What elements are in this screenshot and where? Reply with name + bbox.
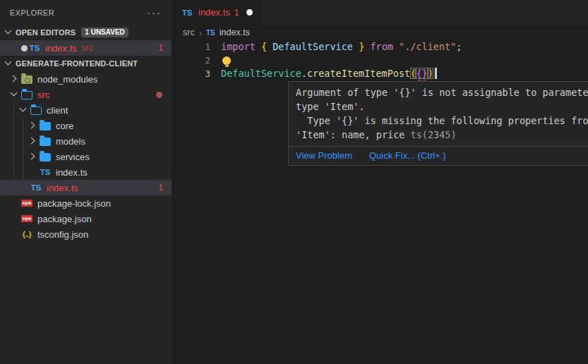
tab-index-ts[interactable]: TS index.ts 1 xyxy=(172,0,261,25)
ts-glyph: TS xyxy=(31,183,42,192)
line-number: 3 xyxy=(172,67,210,80)
explorer-sidebar: EXPLORER ··· OPEN EDITORS 1 UNSAVED TS i… xyxy=(0,0,172,364)
tree-item-index.ts[interactable]: TSindex.ts xyxy=(0,164,172,180)
twistie-placeholder xyxy=(8,229,20,240)
code-token: import xyxy=(221,41,256,52)
dirty-indicator-icon[interactable] xyxy=(246,9,253,16)
typescript-file-icon: TS xyxy=(28,42,42,54)
code-token: DefaultService xyxy=(272,41,353,52)
tree-item-label: services xyxy=(56,152,90,162)
tree-item-node_modules[interactable]: node_modules xyxy=(0,71,172,87)
more-actions-icon[interactable]: ··· xyxy=(147,9,162,16)
twistie-placeholder xyxy=(8,213,20,224)
error-hover-widget: Argument of type '{}' is not assignable … xyxy=(288,81,588,166)
tree-item-label: models xyxy=(56,136,85,147)
folder-icon xyxy=(38,135,52,147)
chevron-down-icon[interactable] xyxy=(8,89,20,100)
folder-green-glyph xyxy=(21,75,32,84)
hover-message: Argument of type '{}' is not assignable … xyxy=(289,82,588,146)
open-editor-item-index-ts[interactable]: TS index.ts src 1 xyxy=(0,40,172,56)
view-problem-link[interactable]: View Problem xyxy=(296,150,352,161)
code-token: "./client" xyxy=(399,41,456,52)
ts-glyph: TS xyxy=(40,168,51,176)
code-token: . xyxy=(301,68,307,79)
lightbulb-icon[interactable] xyxy=(222,56,231,65)
breadcrumb-item-index.ts[interactable]: index.ts xyxy=(220,28,250,37)
folder-glyph xyxy=(40,122,51,131)
ts-file-icon: TS xyxy=(38,166,52,178)
line-number: 1 xyxy=(172,40,210,54)
chevron-right-icon[interactable] xyxy=(27,151,38,162)
folder-open-icon xyxy=(29,104,43,116)
tree-item-label: src xyxy=(37,90,49,100)
open-editor-filename: index.ts xyxy=(45,43,77,54)
error-count-badge: 1 xyxy=(158,43,163,53)
code-line-1[interactable]: 1import { DefaultService } from "./clien… xyxy=(172,40,588,54)
code-token xyxy=(393,41,399,52)
tree-item-services[interactable]: services xyxy=(0,149,172,164)
chevron-right-icon[interactable] xyxy=(27,120,38,131)
tree-item-label: node_modules xyxy=(37,74,97,85)
code-token: {} xyxy=(416,68,427,79)
folder-green-icon xyxy=(20,73,34,85)
tree-item-src[interactable]: src xyxy=(0,87,172,102)
hover-status-bar: View ProblemQuick Fix... (Ctrl+.) xyxy=(289,146,588,165)
indent-guide xyxy=(23,118,23,180)
error-code: ts(2345) xyxy=(404,129,456,140)
folder-error-dot-icon xyxy=(156,92,162,98)
code-token xyxy=(267,41,272,52)
code-token: ) xyxy=(428,68,433,79)
tab-label: index.ts xyxy=(198,7,230,18)
unsaved-badge: 1 UNSAVED xyxy=(81,28,128,37)
open-editors-label: OPEN EDITORS xyxy=(16,28,76,37)
folder-icon xyxy=(38,120,52,131)
chevron-down-icon[interactable] xyxy=(3,58,14,69)
folder-glyph xyxy=(40,153,51,162)
tree-item-core[interactable]: core xyxy=(0,118,172,133)
breadcrumb-separator-icon: › xyxy=(199,28,202,38)
tree-item-package-lock.json[interactable]: npmpackage-lock.json xyxy=(0,195,172,211)
code-token xyxy=(353,41,359,52)
explorer-title-bar: EXPLORER ··· xyxy=(0,0,172,25)
tree-item-label: tsconfig.json xyxy=(37,229,88,240)
open-editor-path: src xyxy=(82,43,93,53)
vscode-window: EXPLORER ··· OPEN EDITORS 1 UNSAVED TS i… xyxy=(0,0,588,364)
code-line-3[interactable]: 3DefaultService.createItemItemPost({}) xyxy=(172,67,588,80)
npm-glyph: npm xyxy=(21,200,33,207)
project-name: GENERATE-FRONTEND-CLIENT xyxy=(16,59,138,68)
tab-error-badge: 1 xyxy=(234,8,239,18)
ts-file-icon: TS xyxy=(29,182,43,193)
project-section-header[interactable]: GENERATE-FRONTEND-CLIENT xyxy=(0,56,172,71)
tree-item-package.json[interactable]: npmpackage.json xyxy=(0,211,172,226)
tree-item-label: client xyxy=(47,105,68,116)
modified-dot-icon[interactable] xyxy=(21,45,28,51)
breadcrumb-item-src[interactable]: src xyxy=(183,28,195,37)
tree-item-label: index.ts xyxy=(47,183,78,193)
typescript-file-icon: TS xyxy=(180,7,194,18)
folder-open-icon xyxy=(20,89,34,100)
quick-fix-link[interactable]: Quick Fix... (Ctrl+.) xyxy=(369,150,446,161)
json-file-icon: {..} xyxy=(20,229,34,240)
hover-message-line: type 'Item'. xyxy=(296,99,588,114)
code-line-2[interactable]: 2 xyxy=(172,54,588,67)
text-cursor xyxy=(435,68,437,79)
chevron-right-icon[interactable] xyxy=(8,73,20,85)
twistie-placeholder xyxy=(27,166,38,178)
chevron-down-icon[interactable] xyxy=(3,27,14,38)
npm-file-icon: npm xyxy=(20,198,34,209)
tree-item-label: index.ts xyxy=(56,167,88,178)
folder-glyph xyxy=(40,138,51,146)
open-editors-header[interactable]: OPEN EDITORS 1 UNSAVED xyxy=(0,25,172,40)
folder-open-glyph xyxy=(21,91,32,99)
code-editor[interactable]: 1import { DefaultService } from "./clien… xyxy=(172,40,588,80)
json-glyph: {..} xyxy=(23,230,32,238)
chevron-right-icon[interactable] xyxy=(27,135,38,147)
npm-file-icon: npm xyxy=(20,213,34,224)
tree-item-tsconfig.json[interactable]: {..}tsconfig.json xyxy=(0,226,172,242)
tree-item-index.ts[interactable]: TSindex.ts1 xyxy=(0,180,172,195)
hover-message-line: Argument of type '{}' is not assignable … xyxy=(296,85,588,99)
chevron-down-icon[interactable] xyxy=(18,104,29,116)
indent-guide xyxy=(13,102,14,195)
tree-item-models[interactable]: models xyxy=(0,133,172,149)
tree-item-client[interactable]: client xyxy=(0,102,172,118)
